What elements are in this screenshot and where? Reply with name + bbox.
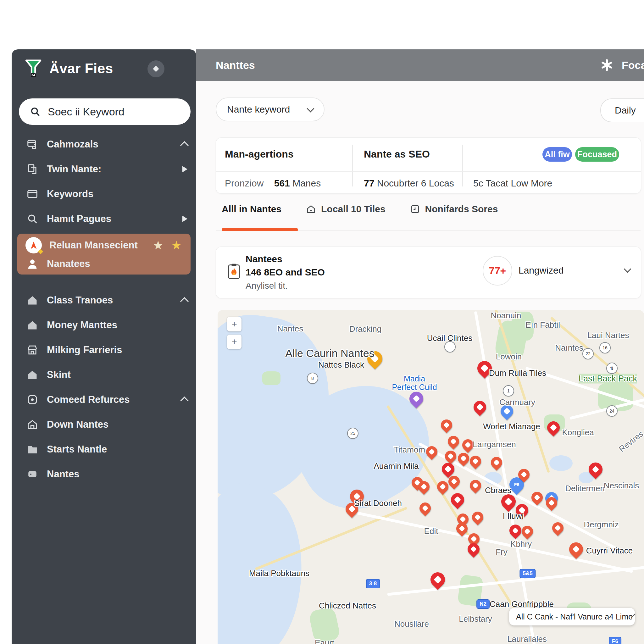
map-label: Nattes Black (318, 360, 364, 370)
zoom-in-button[interactable]: + (227, 317, 241, 331)
map-pin-red[interactable] (451, 493, 464, 506)
map-pin-red[interactable] (474, 401, 486, 414)
map-pin-orange[interactable] (472, 512, 483, 523)
top-header: Nanttes Focas (196, 49, 644, 81)
sidebar-item-down-nantes[interactable]: Down Nantes (12, 412, 196, 437)
sidebar-item-hamit-pagues[interactable]: Hamıt Pagues (12, 206, 196, 231)
score-label: Langwized (519, 265, 563, 276)
map-label: Laurallales (507, 634, 547, 644)
chevron-down-icon (307, 105, 314, 112)
sidebar-item-money-manttes[interactable]: Money Manttes (12, 313, 196, 337)
map-label: Laırgamsen (473, 440, 516, 449)
map-pin-orange[interactable] (470, 480, 481, 491)
map-pin-orange[interactable] (419, 502, 431, 514)
map-label: Lowoin (496, 352, 522, 362)
star-icon[interactable]: ★ (171, 239, 182, 251)
tab-all-in-nantes[interactable]: Alll in Nantes (222, 204, 281, 214)
map-pin-red[interactable] (430, 572, 445, 587)
chevron-down-icon[interactable] (624, 265, 631, 273)
map-pin-orange[interactable] (426, 446, 437, 458)
add-button[interactable] (147, 60, 164, 77)
chevron-up-icon[interactable] (180, 397, 189, 405)
map-pin-orange[interactable] (441, 419, 452, 431)
sidebar-item-starts-nantle[interactable]: Starts Nantle (12, 437, 196, 462)
map-pin-purple[interactable] (409, 392, 423, 406)
map-pin-orange[interactable] (448, 436, 459, 447)
search-placeholder: Soec ii Keyword (48, 106, 125, 118)
map-pin-orange[interactable] (456, 523, 468, 534)
home-door-icon (25, 419, 39, 430)
map-pin-red[interactable] (509, 525, 521, 536)
map-pin-orange[interactable] (470, 456, 481, 467)
stats-card: Man-agertions Nante as SEO All fiw Focua… (216, 137, 641, 194)
camera-icon (25, 394, 39, 406)
map-pin-orange[interactable] (491, 457, 502, 468)
map-label: Delitermen (565, 484, 605, 493)
map-pin-red[interactable] (468, 543, 480, 555)
map-pin-orange[interactable] (437, 481, 448, 492)
sidebar-item-class-tranoes[interactable]: Class Tranoes (12, 288, 196, 313)
map-pin-orange[interactable] (522, 526, 533, 537)
map-pin-orange[interactable] (569, 542, 583, 556)
map-label: Naıntes (555, 343, 583, 353)
sidebar-item-keywords[interactable]: Keywords (12, 181, 196, 206)
map-label: Lelbstary (459, 614, 492, 624)
map-pin-red[interactable] (589, 463, 602, 476)
sidebar-item-twin-nante[interactable]: Twin Nante: (12, 157, 196, 181)
period-toggle-daily[interactable]: Daily (600, 98, 644, 122)
house-icon (306, 204, 316, 214)
map-pin-orange[interactable] (462, 439, 474, 451)
route-shield: F6 (609, 637, 621, 644)
map-label: Dum Rulla Tiles (489, 368, 546, 378)
storefront-icon (25, 344, 39, 356)
sidebar-item-nantes[interactable]: Nantes (12, 462, 196, 486)
map-label: Revtres (617, 429, 644, 454)
chevron-up-icon[interactable] (180, 141, 189, 150)
map-canvas[interactable]: + + F6NantesDrackingUcail ClintesNoanuin… (218, 310, 644, 644)
map-pin-orange[interactable] (518, 469, 530, 480)
arrow-right-icon[interactable] (182, 166, 187, 172)
sidebar-item-milking-farrieris[interactable]: Milking Farrieris (12, 337, 196, 362)
map-pin-orange[interactable] (445, 451, 456, 462)
sidebar-item-comeed-refurces[interactable]: Comeed Refurces (12, 387, 196, 412)
search-input[interactable]: Soec ii Keyword (19, 98, 191, 125)
card-icon (25, 188, 39, 200)
sidebar-item-nanatees[interactable]: Nanatees (17, 255, 191, 273)
map-pin-red[interactable] (501, 494, 516, 509)
arrow-right-icon[interactable] (182, 216, 187, 222)
tab-locall-10-tiles[interactable]: Locall 10 Tiles (306, 204, 386, 214)
chevron-up-icon[interactable] (180, 297, 189, 306)
listing-card[interactable]: Nantees 146 8EO and SEO Anylisel tit. 77… (216, 247, 641, 298)
sidebar-item-skint[interactable]: Skint (12, 362, 196, 387)
keyword-dropdown[interactable]: Nante keyword (216, 97, 325, 121)
divider (462, 145, 463, 186)
tab-bar: Alll in Nantes Locall 10 Tiles Nonifards… (222, 204, 498, 214)
funnel-logo-icon (24, 59, 42, 78)
sidebar-item-reluan-mansecient[interactable]: Reluan Mansecient ★ ★ (17, 236, 191, 255)
map-pin-orange[interactable] (546, 497, 557, 508)
map-pin-orange[interactable] (458, 453, 469, 464)
map-pin-red[interactable] (547, 421, 560, 434)
map-label: Nescinals (604, 481, 639, 491)
home-icon (25, 319, 39, 331)
map-badge: 24 (606, 405, 618, 417)
map-pin-orange[interactable] (552, 522, 563, 534)
asterisk-icon[interactable] (600, 58, 613, 72)
map-pin-orange[interactable] (418, 481, 430, 492)
tab-nonifards-sores[interactable]: Nonifards Sores (410, 204, 498, 214)
map-filter-dropdown[interactable]: All C Cank - Naf'l Vanure a4 Lime (509, 608, 635, 625)
clipboard-flame-icon (227, 263, 241, 280)
map-pin-orange[interactable] (531, 492, 543, 503)
focas-action[interactable]: Focas (622, 59, 644, 71)
star-icon[interactable]: ★ (153, 239, 164, 251)
sidebar-item-cahmozals[interactable]: Cahmozals (12, 132, 196, 157)
filter-pill-all[interactable]: All fiw (542, 147, 572, 162)
filter-pill-focused[interactable]: Focuased (575, 147, 619, 162)
zoom-in-button-2[interactable]: + (227, 335, 241, 349)
map-label: Kongliea (562, 428, 594, 437)
map-pin-red[interactable] (442, 463, 454, 475)
map-label: Dergmniz (584, 520, 619, 530)
person-icon (25, 258, 39, 270)
app-title: Ävar Fies (49, 61, 113, 76)
map-pin-orange[interactable] (448, 476, 460, 487)
